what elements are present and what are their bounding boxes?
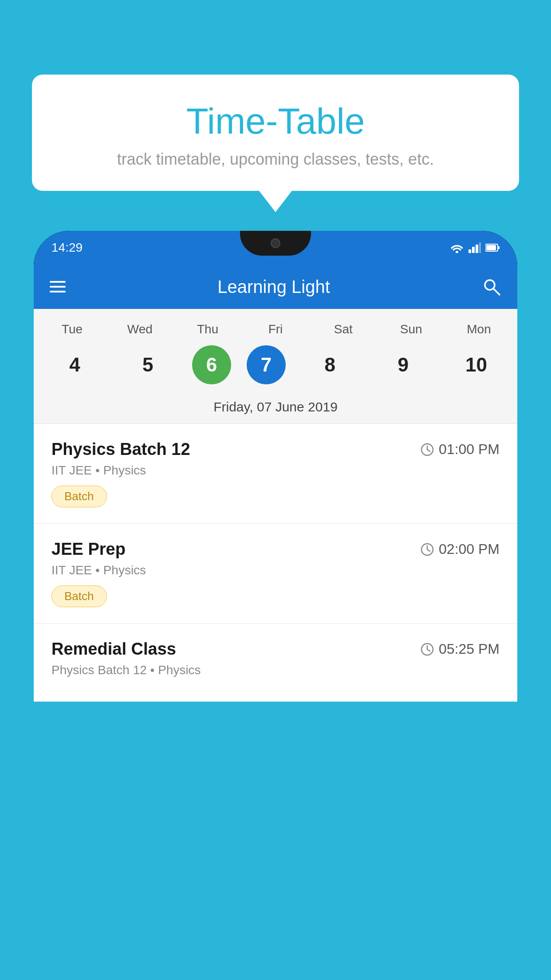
clock-icon-2	[420, 542, 434, 557]
svg-line-12	[427, 450, 430, 451]
day-header-fri: Fri	[247, 318, 304, 341]
class-list: Physics Batch 12 01:00 PM IIT JEE • Phys…	[34, 424, 517, 702]
hamburger-menu-icon[interactable]	[50, 281, 66, 292]
class-name-1: Physics Batch 12	[51, 440, 190, 459]
status-bar: 14:29	[34, 231, 517, 265]
svg-rect-4	[479, 242, 481, 253]
class-subtitle-2: IIT JEE • Physics	[51, 563, 500, 577]
svg-rect-3	[476, 245, 478, 253]
svg-line-15	[427, 549, 430, 551]
svg-rect-1	[468, 249, 471, 253]
svg-rect-7	[498, 246, 500, 249]
day-9[interactable]: 9	[374, 345, 432, 384]
camera-dot	[271, 238, 280, 248]
class-name-3: Remedial Class	[51, 640, 176, 659]
day-numbers: 4 5 6 7 8 9 10	[34, 341, 517, 393]
calendar-strip: Tue Wed Thu Fri Sat Sun Mon 4 5 6 7 8 9 …	[34, 309, 517, 424]
day-headers: Tue Wed Thu Fri Sat Sun Mon	[34, 318, 517, 341]
day-10[interactable]: 10	[447, 345, 505, 384]
notch	[240, 231, 311, 256]
day-header-tue: Tue	[43, 318, 101, 341]
day-5[interactable]: 5	[119, 345, 177, 384]
signal-icon	[468, 242, 481, 253]
class-time-3: 05:25 PM	[420, 641, 500, 657]
class-name-2: JEE Prep	[51, 540, 126, 559]
day-header-thu: Thu	[179, 318, 236, 341]
phone-frame: 14:29	[34, 231, 517, 702]
tooltip-title: Time-Table	[59, 101, 492, 141]
class-time-1: 01:00 PM	[420, 441, 500, 458]
day-header-wed: Wed	[111, 318, 169, 341]
wifi-icon	[450, 242, 464, 253]
clock-icon-3	[420, 642, 434, 656]
class-subtitle-1: IIT JEE • Physics	[51, 463, 500, 478]
day-8[interactable]: 8	[301, 345, 359, 384]
day-6-today[interactable]: 6	[192, 345, 231, 384]
class-item-3[interactable]: Remedial Class 05:25 PM Physics Batch 12…	[34, 624, 517, 702]
phone-inner: 14:29	[34, 231, 517, 702]
svg-line-18	[427, 649, 430, 651]
class-item-2[interactable]: JEE Prep 02:00 PM IIT JEE • Physics Batc…	[34, 524, 517, 624]
day-header-mon: Mon	[450, 318, 508, 341]
batch-tag-2: Batch	[51, 585, 107, 607]
svg-rect-2	[472, 247, 475, 253]
batch-tag-1: Batch	[51, 486, 107, 507]
svg-point-0	[456, 251, 458, 253]
status-time: 14:29	[51, 241, 83, 255]
svg-rect-6	[486, 245, 496, 250]
class-item-2-header: JEE Prep 02:00 PM	[51, 540, 500, 559]
search-icon[interactable]	[482, 277, 501, 296]
day-4[interactable]: 4	[46, 345, 103, 384]
app-bar: Learning Light	[34, 265, 517, 309]
day-header-sun: Sun	[382, 318, 440, 341]
selected-date-label: Friday, 07 June 2019	[34, 393, 517, 424]
class-item-1-header: Physics Batch 12 01:00 PM	[51, 440, 500, 459]
day-7-selected[interactable]: 7	[247, 345, 286, 384]
tooltip-card: Time-Table track timetable, upcoming cla…	[32, 75, 519, 191]
class-time-2: 02:00 PM	[420, 541, 500, 557]
class-item-1[interactable]: Physics Batch 12 01:00 PM IIT JEE • Phys…	[34, 424, 517, 524]
battery-icon	[485, 243, 500, 252]
class-subtitle-3: Physics Batch 12 • Physics	[51, 663, 500, 677]
status-icons	[450, 242, 500, 253]
clock-icon-1	[420, 443, 434, 457]
app-title: Learning Light	[79, 277, 468, 297]
tooltip-subtitle: track timetable, upcoming classes, tests…	[59, 150, 492, 169]
phone-wrapper: 14:29	[34, 231, 517, 980]
day-header-sat: Sat	[315, 318, 372, 341]
class-item-3-header: Remedial Class 05:25 PM	[51, 640, 500, 659]
svg-line-9	[493, 288, 500, 295]
